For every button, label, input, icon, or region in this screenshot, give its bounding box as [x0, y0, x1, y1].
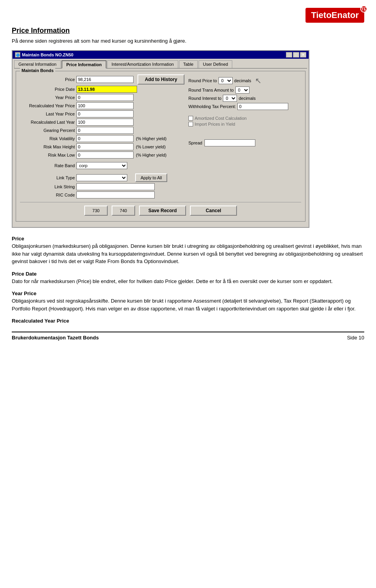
- price-section-text: Obligasjonkursen (markedskursen) på obli…: [12, 242, 364, 265]
- link-string-label: Link String: [20, 184, 75, 189]
- last-year-price-row: Last Year Price: [20, 110, 184, 117]
- risk-volatility-suffix: (% Higher yield): [136, 136, 166, 141]
- round-trans-row: Round Trans Amount to 0123: [188, 87, 301, 94]
- link-type-row: Link Type Apply to All: [20, 173, 184, 182]
- ric-code-row: RIC Code: [20, 191, 184, 198]
- minimize-button[interactable]: _: [286, 52, 292, 58]
- amortized-cost-checkbox[interactable]: [188, 116, 193, 121]
- recalculated-year-price-label: Recalculated Year Price: [20, 103, 75, 108]
- logo-bar: TietoEnator TE: [12, 8, 364, 23]
- year-price-section-text: Obligasjonkurs ved sist regnskapsårsskif…: [12, 297, 364, 312]
- recalculated-last-year-input[interactable]: [76, 119, 134, 126]
- gearing-percent-row: Gearing Percent: [20, 127, 184, 134]
- subtitle: På denne siden registreres alt som har m…: [12, 38, 364, 44]
- price-input[interactable]: [76, 76, 134, 83]
- recalculated-year-price-section: Recalculated Year Price: [12, 318, 364, 324]
- price-date-input[interactable]: [76, 86, 137, 93]
- risk-max-low-input[interactable]: [76, 152, 134, 159]
- tab-user-defined[interactable]: User Defined: [199, 60, 232, 68]
- price-date-section: Price Date Dato for når markedskursen (P…: [12, 271, 364, 285]
- last-year-price-label: Last Year Price: [20, 112, 75, 116]
- withholding-tax-input[interactable]: [237, 103, 288, 110]
- recalculated-last-year-row: Recalculated Last Year: [20, 119, 184, 126]
- gearing-percent-input[interactable]: [76, 127, 134, 134]
- maximize-button[interactable]: □: [293, 52, 299, 58]
- amortized-cost-row: Amortized Cost Calculation: [188, 116, 301, 121]
- win-dialog: 🔷 Maintain Bonds NO.ZN50 _ □ ✕ General I…: [12, 50, 309, 228]
- price-date-row: Price Date: [20, 86, 184, 93]
- price-label: Price: [20, 77, 75, 82]
- link-type-select[interactable]: [76, 174, 127, 181]
- price-row: Price Add to History: [20, 74, 184, 85]
- round-price-label: Round Price to: [188, 78, 217, 83]
- num2-button[interactable]: 740: [112, 206, 135, 216]
- round-interest-suffix: decimals: [239, 96, 255, 101]
- tab-interest-amortization[interactable]: Interest/Amortization Information: [107, 60, 178, 68]
- import-prices-checkbox[interactable]: [188, 122, 193, 126]
- footer: Brukerdokumentasjon Tazett Bonds Side 10: [12, 332, 364, 341]
- spread-label: Spread: [188, 141, 202, 145]
- price-date-section-text: Dato for når markedskursen (Price) ble e…: [12, 278, 364, 285]
- dialog-content: Maintain Bonds Price Add to History: [13, 69, 309, 227]
- num1-button[interactable]: 730: [84, 206, 108, 216]
- recalculated-year-price-input[interactable]: [76, 102, 134, 109]
- rate-band-label: Rate Band: [20, 163, 75, 168]
- year-price-input[interactable]: [76, 94, 134, 101]
- price-date-section-heading: Price Date: [12, 271, 364, 277]
- risk-max-height-row: Risk Max Height (% Lower yield): [20, 143, 184, 150]
- dialog-title: Maintain Bonds NO.ZN50: [22, 52, 73, 57]
- round-price-suffix: decimals: [234, 78, 251, 83]
- recalculated-last-year-label: Recalculated Last Year: [20, 120, 75, 124]
- spread-row: Spread: [188, 139, 301, 146]
- risk-max-height-suffix: (% Lower yield): [136, 144, 166, 149]
- save-record-button[interactable]: Save Record: [139, 206, 186, 216]
- tab-general-information[interactable]: General Information: [14, 60, 61, 68]
- price-date-label: Price Date: [20, 87, 75, 92]
- amortized-cost-label: Amortized Cost Calculation: [195, 116, 247, 121]
- gearing-percent-label: Gearing Percent: [20, 128, 75, 133]
- risk-volatility-label: Risk Volatility: [20, 136, 75, 141]
- close-button[interactable]: ✕: [300, 52, 306, 58]
- tab-price-information[interactable]: Price Information: [61, 60, 106, 69]
- cancel-button[interactable]: Cancel: [190, 206, 237, 216]
- footer-right: Side 10: [347, 335, 364, 341]
- recalculated-year-price-row: Recalculated Year Price: [20, 102, 184, 109]
- price-section-heading: Price: [12, 236, 364, 242]
- price-section: Price Obligasjonkursen (markedskursen) p…: [12, 236, 364, 265]
- round-price-select[interactable]: 0123: [219, 77, 233, 84]
- tab-bar: General Information Price Information In…: [13, 59, 309, 68]
- logo-text: TietoEnator: [311, 10, 359, 20]
- risk-volatility-row: Risk Volatility (% Higher yield): [20, 135, 184, 142]
- year-price-section-heading: Year Price: [12, 290, 364, 296]
- withholding-tax-row: Withholding Tax Percent:: [188, 103, 301, 110]
- ric-code-input[interactable]: [76, 191, 155, 198]
- recalculated-year-price-section-heading: Recalculated Year Price: [12, 318, 364, 324]
- titlebar-icons: _ □ ✕: [286, 52, 306, 58]
- risk-max-low-label: Risk Max Low: [20, 153, 75, 157]
- left-column: Price Add to History Price Date: [20, 74, 184, 200]
- year-price-label: Year Price: [20, 95, 75, 100]
- rate-band-row: Rate Band corp: [20, 162, 184, 169]
- spread-input[interactable]: [204, 139, 255, 146]
- import-prices-label: Import Prices in Yield: [195, 122, 235, 126]
- apply-to-all-button[interactable]: Apply to All: [135, 173, 167, 182]
- import-prices-row: Import Prices in Yield: [188, 122, 301, 126]
- cursor-icon: ↖: [255, 76, 262, 85]
- rate-band-select[interactable]: corp: [76, 162, 127, 169]
- link-string-input[interactable]: [76, 183, 155, 190]
- round-trans-select[interactable]: 0123: [235, 87, 249, 94]
- add-to-history-button[interactable]: Add to History: [137, 74, 184, 85]
- groupbox-title: Maintain Bonds: [20, 68, 55, 73]
- tab-table[interactable]: Table: [179, 60, 198, 68]
- right-column: Round Price to 0123 decimals ↖ Round Tra…: [188, 74, 301, 200]
- round-price-row: Round Price to 0123 decimals ↖: [188, 76, 301, 85]
- last-year-price-input[interactable]: [76, 110, 134, 117]
- risk-volatility-input[interactable]: [76, 135, 134, 142]
- logo: TietoEnator TE: [306, 8, 364, 23]
- maintain-bonds-groupbox: Maintain Bonds Price Add to History: [16, 71, 306, 222]
- round-interest-label: Round Interest to: [188, 96, 221, 101]
- risk-max-low-suffix: (% Higher yield): [136, 153, 166, 157]
- round-interest-select[interactable]: 0123: [223, 95, 237, 102]
- footer-left: Brukerdokumentasjon Tazett Bonds: [12, 335, 99, 341]
- risk-max-height-input[interactable]: [76, 143, 134, 150]
